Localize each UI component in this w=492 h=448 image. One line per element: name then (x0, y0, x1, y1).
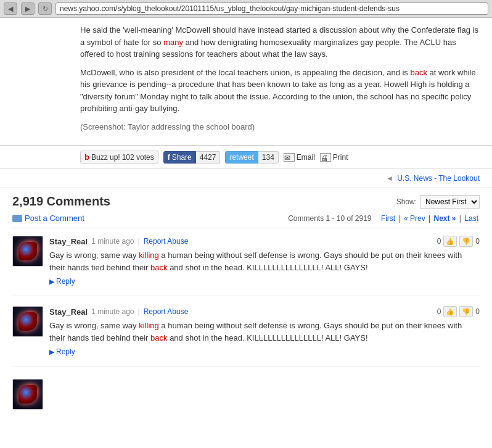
comment-meta-left: Stay_Real 1 minute ago | Report Abuse (49, 307, 188, 317)
comment-item: Stay_Real 1 minute ago | Report Abuse 0 … (12, 306, 480, 367)
email-label: Email (297, 153, 315, 162)
comment-time: 1 minute ago (91, 237, 134, 246)
article-screenshot-caption: (Screenshot: Taylor addressing the schoo… (80, 121, 480, 133)
print-icon: 🖨 (320, 153, 331, 162)
email-button[interactable]: ✉ Email (284, 153, 315, 162)
avatar (12, 236, 43, 267)
reply-link[interactable]: ▶ Reply (49, 347, 75, 356)
reply-arrow-icon: ▶ (49, 348, 54, 356)
browser-chrome: ◀ ▶ ↻ (0, 0, 492, 18)
reply-label: Reply (56, 347, 75, 356)
vote-up-button[interactable]: 👍 (443, 306, 457, 317)
buzz-label: Buzz up! (91, 153, 120, 162)
comment-meta: Stay_Real 1 minute ago | Report Abuse 0 … (49, 236, 480, 247)
avatar-inner (13, 236, 43, 266)
post-comment-row: Post a Comment Comments 1 - 10 of 2919 F… (12, 214, 480, 228)
buzz-votes: 102 votes (122, 153, 154, 162)
reply-arrow-icon: ▶ (49, 278, 54, 286)
avatar-shape (18, 385, 37, 404)
comment-time: 1 minute ago (91, 307, 134, 316)
social-bar: b Buzz up! 102 votes f Share 4427 retwee… (0, 146, 492, 169)
avatar-inner (13, 307, 43, 336)
email-icon: ✉ (284, 153, 295, 162)
avatar-shape (18, 242, 37, 260)
comment-text: Gay is wrong, same way killing a human b… (49, 249, 480, 273)
report-abuse-link[interactable]: Report Abuse (144, 237, 189, 246)
comment-link-killing[interactable]: killing (139, 251, 159, 260)
meta-sep: | (138, 237, 140, 246)
vote-down-count: 0 (475, 307, 480, 316)
buzz-icon: b (84, 152, 89, 162)
back-nav-arrow: ◄ (386, 174, 393, 183)
comment-item-partial (12, 376, 480, 410)
facebook-share[interactable]: f Share 4427 (163, 151, 221, 164)
avatar (12, 379, 43, 410)
facebook-f-icon: f (168, 153, 170, 162)
retweet-label[interactable]: retweet (225, 151, 258, 164)
highlight-back: back (410, 68, 427, 77)
print-label: Print (333, 153, 348, 162)
vote-down-count: 0 (475, 237, 480, 246)
buzz-button[interactable]: b Buzz up! 102 votes (80, 151, 158, 164)
avatar-inner (13, 380, 43, 409)
avatar-shape (18, 312, 37, 331)
retweet-button[interactable]: retweet 134 (225, 151, 278, 164)
reply-label: Reply (56, 277, 75, 286)
comment-body: Stay_Real 1 minute ago | Report Abuse 0 … (49, 236, 480, 286)
vote-up-count: 0 (437, 237, 441, 246)
address-bar[interactable] (55, 2, 488, 15)
article-paragraph-2: McDowell, who is also president of the l… (80, 67, 480, 115)
pagination-next[interactable]: Next » (433, 214, 456, 223)
facebook-share-count: 4427 (196, 151, 221, 164)
retweet-count: 134 (258, 151, 279, 164)
comment-votes: 0 👍 👎 0 (437, 306, 480, 317)
back-button[interactable]: ◀ (4, 2, 17, 15)
comment-link-back[interactable]: back (150, 263, 167, 272)
article-body: He said the 'well-meaning' McDowell shou… (0, 18, 492, 146)
back-nav-link[interactable]: U.S. News - The Lookout (397, 174, 480, 183)
commenter-name: Stay_Real (49, 237, 88, 246)
vote-down-button[interactable]: 👎 (459, 306, 473, 317)
comment-meta-left: Stay_Real 1 minute ago | Report Abuse (49, 237, 188, 246)
pagination-text: Comments 1 - 10 of 2919 (288, 214, 371, 223)
sort-select-wrap: Show: Newest First (396, 195, 480, 209)
print-button[interactable]: 🖨 Print (320, 153, 348, 162)
comments-title: 2,919 Comments (12, 194, 110, 209)
comment-votes: 0 👍 👎 0 (437, 236, 480, 247)
highlight-many: many (163, 38, 183, 47)
show-label: Show: (396, 197, 417, 206)
reply-link[interactable]: ▶ Reply (49, 277, 75, 286)
comment-bubble-icon (12, 215, 22, 222)
meta-sep: | (138, 307, 140, 316)
comment-meta: Stay_Real 1 minute ago | Report Abuse 0 … (49, 306, 480, 317)
forward-button[interactable]: ▶ (21, 2, 35, 15)
pagination-last[interactable]: Last (464, 214, 478, 223)
avatar (12, 306, 43, 337)
facebook-share-button[interactable]: f Share (163, 151, 196, 164)
comment-item: Stay_Real 1 minute ago | Report Abuse 0 … (12, 236, 480, 296)
back-nav: ◄ U.S. News - The Lookout (0, 169, 492, 188)
post-comment-label: Post a Comment (25, 214, 84, 223)
pagination-prev[interactable]: « Prev (404, 214, 425, 223)
post-comment-link[interactable]: Post a Comment (12, 214, 84, 223)
comments-section: 2,919 Comments Show: Newest First Post a… (0, 188, 492, 416)
vote-down-button[interactable]: 👎 (459, 236, 473, 247)
comments-header: 2,919 Comments Show: Newest First (12, 194, 480, 209)
refresh-button[interactable]: ↻ (38, 2, 52, 15)
comment-link-killing[interactable]: killing (139, 321, 159, 330)
comment-link-back[interactable]: back (150, 333, 167, 342)
commenter-name: Stay_Real (49, 307, 88, 317)
vote-up-count: 0 (437, 307, 441, 316)
facebook-share-label: Share (172, 153, 192, 162)
report-abuse-link[interactable]: Report Abuse (144, 307, 189, 316)
pagination-first[interactable]: First (381, 214, 395, 223)
sort-select[interactable]: Newest First (420, 195, 480, 209)
comment-text: Gay is wrong, same way killing a human b… (49, 320, 480, 344)
comment-body: Stay_Real 1 minute ago | Report Abuse 0 … (49, 306, 480, 356)
article-paragraph-1: He said the 'well-meaning' McDowell shou… (80, 24, 480, 60)
vote-up-button[interactable]: 👍 (443, 236, 457, 247)
pagination: Comments 1 - 10 of 2919 First | « Prev |… (288, 214, 480, 223)
